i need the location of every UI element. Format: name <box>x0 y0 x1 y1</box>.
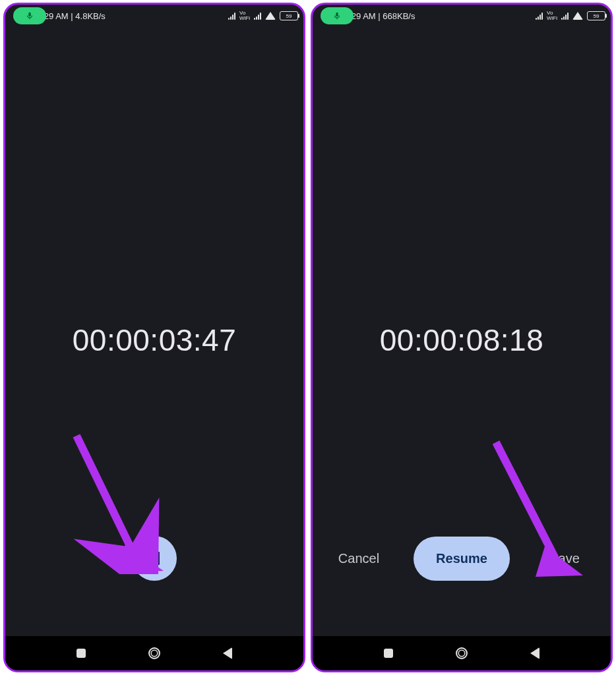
mic-icon <box>332 11 342 20</box>
mic-recording-indicator[interactable] <box>321 7 354 24</box>
mic-recording-indicator[interactable] <box>13 7 46 24</box>
nav-home-icon[interactable] <box>456 647 468 659</box>
signal-icon <box>228 12 235 20</box>
recorder-main-area: 00:00:03:47 <box>5 27 303 636</box>
battery-icon: 59 <box>587 11 605 20</box>
screenshot-recording-paused: 6:29 AM | 668KB/s Vo WiFi 59 00:00:08:18… <box>311 3 613 672</box>
vowifi-icon: Vo WiFi <box>239 11 250 21</box>
android-nav-bar <box>313 636 611 670</box>
screenshot-recording-running: 6:29 AM | 4.8KB/s Vo WiFi 59 00:00:03:47 <box>3 3 305 672</box>
mic-icon <box>25 11 34 20</box>
android-nav-bar <box>5 636 303 670</box>
battery-icon: 59 <box>280 11 298 20</box>
status-time: 6:29 AM | 4.8KB/s <box>37 11 106 21</box>
status-bar: 6:29 AM | 4.8KB/s Vo WiFi 59 <box>5 5 303 27</box>
signal-icon-2 <box>254 12 261 20</box>
wifi-icon <box>265 12 276 20</box>
recording-timer: 00:00:03:47 <box>5 322 303 358</box>
nav-recent-icon[interactable] <box>384 649 393 658</box>
save-button[interactable]: Save <box>538 551 591 566</box>
recording-timer: 00:00:08:18 <box>313 322 611 358</box>
resume-button[interactable]: Resume <box>414 537 510 581</box>
recorder-main-area: 00:00:08:18 Cancel Resume Save <box>313 27 611 636</box>
status-right-cluster: Vo WiFi 59 <box>228 11 298 21</box>
nav-back-icon[interactable] <box>223 647 232 659</box>
recording-controls <box>5 536 303 581</box>
pause-icon <box>150 552 160 565</box>
recording-controls: Cancel Resume Save <box>313 537 611 581</box>
nav-back-icon[interactable] <box>530 647 539 659</box>
status-right-cluster: Vo WiFi 59 <box>536 11 605 21</box>
wifi-icon <box>572 12 583 20</box>
pause-button[interactable] <box>132 536 177 581</box>
vowifi-icon: Vo WiFi <box>547 11 557 21</box>
nav-home-icon[interactable] <box>148 647 160 659</box>
cancel-button[interactable]: Cancel <box>332 551 385 566</box>
status-bar: 6:29 AM | 668KB/s Vo WiFi 59 <box>313 5 611 27</box>
status-time: 6:29 AM | 668KB/s <box>344 11 415 21</box>
signal-icon <box>536 12 543 20</box>
signal-icon-2 <box>561 12 569 20</box>
nav-recent-icon[interactable] <box>77 649 86 658</box>
